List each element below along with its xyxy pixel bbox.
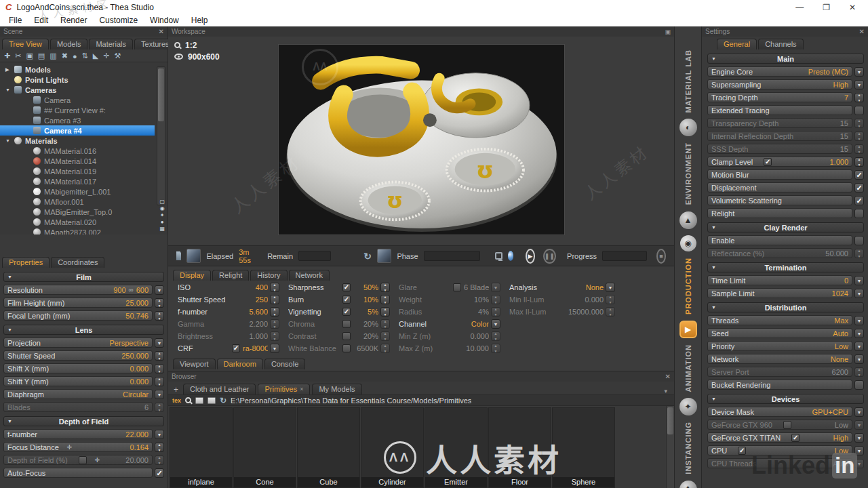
settings-row[interactable]: Extended Tracing	[707, 105, 864, 115]
display-setting-row[interactable]: Shutter Speed 250	[178, 294, 279, 304]
restore-button[interactable]: ❐	[823, 3, 830, 12]
darkroom-view-tab[interactable]: Relight	[212, 270, 249, 281]
texture-filter-icon[interactable]: tex	[172, 397, 181, 404]
settings-row[interactable]: Enable	[707, 235, 864, 245]
row-control[interactable]	[155, 338, 164, 348]
model-tile[interactable]: Floor	[488, 407, 551, 488]
tree-item[interactable]: Camera #3	[0, 115, 155, 125]
model-tile[interactable]: Emitter	[425, 407, 488, 488]
tree-item[interactable]: MAMaterial.019	[0, 166, 155, 176]
minimize-button[interactable]: —	[795, 3, 804, 12]
display-setting-row[interactable]: Chroma 20%	[288, 319, 390, 329]
tree-item[interactable]: ▼ Materials	[0, 136, 155, 146]
settings-row[interactable]: Reflectance (%) 50.000	[707, 248, 864, 258]
browser-tab-close-icon[interactable]: ×	[300, 386, 303, 392]
row-control[interactable]	[854, 354, 864, 364]
tree-expand-icon[interactable]: ▼	[5, 87, 11, 92]
row-control[interactable]	[854, 67, 864, 77]
collapse-icon[interactable]: ▼	[711, 225, 722, 230]
tree-mini-grid-icon[interactable]: ▦	[159, 226, 165, 232]
row-control[interactable]	[606, 283, 615, 292]
instancing-icon[interactable]: ❖	[679, 481, 697, 488]
property-row[interactable]: Focal Length (mm) 50.746	[3, 310, 164, 321]
delete-icon[interactable]: ✖	[62, 52, 68, 60]
tree-expand-icon[interactable]: ▼	[5, 138, 11, 143]
row-control[interactable]	[854, 316, 864, 325]
workspace-detach-icon[interactable]: ▣	[665, 28, 671, 35]
picker-icon[interactable]	[67, 444, 73, 451]
property-row[interactable]: Auto-Focus	[3, 468, 164, 478]
setting-checkbox[interactable]	[342, 308, 351, 316]
menu-item[interactable]: Render	[54, 16, 93, 25]
row-control[interactable]	[155, 403, 164, 412]
settings-row[interactable]: Network None	[707, 354, 864, 364]
tree-mini-window-icon[interactable]: ▢	[159, 199, 165, 205]
display-setting-row[interactable]: Radius 4%	[399, 306, 500, 317]
row-control[interactable]	[854, 209, 864, 218]
sort-az-icon[interactable]: ⇅	[82, 52, 88, 60]
browser-add-tab-button[interactable]: +	[171, 385, 181, 394]
browser-tab[interactable]: Cloth and Leather	[183, 384, 256, 394]
tree-scrollbar[interactable]	[157, 66, 165, 205]
row-control[interactable]	[854, 80, 864, 89]
refresh-icon[interactable]: ↻	[220, 396, 226, 405]
tree-item[interactable]: MAMaterial.016	[0, 146, 155, 156]
distribution-section-header[interactable]: ▼ Distribution	[707, 302, 864, 312]
menu-item[interactable]: File	[3, 16, 28, 25]
row-control[interactable]	[854, 106, 864, 115]
settings-row[interactable]: Seed Auto	[707, 328, 864, 338]
row-control[interactable]	[606, 295, 615, 304]
tree-mini-tool-icon[interactable]: ✦	[160, 212, 165, 218]
collapse-icon[interactable]: ▼	[7, 274, 18, 279]
browser-tab[interactable]: Primitives×	[258, 384, 310, 394]
tree-item[interactable]: Camera	[0, 95, 155, 105]
tools-icon[interactable]: ⚒	[114, 52, 121, 60]
render-stop-button[interactable]: ■	[656, 249, 666, 264]
row-control[interactable]	[491, 283, 500, 292]
collapse-icon[interactable]: ▼	[7, 327, 18, 332]
browser-scrollbar-thumb[interactable]	[667, 407, 673, 434]
row-control[interactable]	[854, 236, 864, 245]
row-control[interactable]	[854, 446, 864, 455]
setting-checkbox[interactable]	[783, 421, 791, 429]
close-button[interactable]: ✕	[849, 3, 856, 12]
menu-item[interactable]: Customize	[93, 16, 144, 25]
row-control[interactable]	[380, 331, 390, 341]
property-row[interactable]: Blades 6	[3, 402, 164, 412]
property-row[interactable]: Projection Perspective	[3, 338, 164, 348]
settings-row[interactable]: Server Port 6200	[707, 367, 864, 377]
render-thumbnail[interactable]	[186, 249, 201, 263]
row-control[interactable]	[854, 131, 864, 141]
settings-row[interactable]: Volumetric Scattering	[707, 195, 864, 205]
clean-icon[interactable]: ◣	[93, 52, 98, 60]
setting-checkbox[interactable]	[342, 296, 351, 304]
setting-checkbox[interactable]	[232, 344, 240, 352]
browser-tab-overflow-icon[interactable]: ▾	[664, 388, 671, 394]
tree-item[interactable]: MAfloor.001	[0, 197, 155, 207]
browser-close-icon[interactable]: ✕	[665, 373, 671, 380]
model-tile[interactable]: Cube	[297, 407, 360, 488]
display-setting-row[interactable]: Glare 6 Blades	[399, 282, 500, 292]
row-control[interactable]	[270, 331, 279, 341]
row-control[interactable]	[854, 183, 864, 192]
row-control[interactable]	[606, 307, 615, 317]
row-control[interactable]	[854, 433, 864, 443]
setting-checkbox[interactable]	[342, 320, 351, 328]
property-row[interactable]: f-number 22.000	[3, 429, 164, 439]
tree-item[interactable]: Camera #4	[0, 125, 155, 136]
row-control[interactable]	[155, 311, 164, 321]
save-image-icon[interactable]	[176, 251, 181, 260]
row-control[interactable]	[380, 295, 390, 304]
properties-tab[interactable]: Properties	[2, 257, 50, 268]
row-control[interactable]	[491, 295, 500, 304]
settings-row[interactable]: Clamp Level 1.000	[707, 157, 864, 167]
menu-item[interactable]: Edit	[28, 16, 54, 25]
tree-item[interactable]: MAbigemitter_L.001	[0, 186, 155, 197]
settings-row[interactable]: GeForce GTX TITAN High	[707, 432, 864, 443]
link-icon[interactable]	[129, 286, 134, 293]
tab-instancing[interactable]: INSTANCING	[684, 422, 692, 474]
settings-row[interactable]: Threads Max	[707, 315, 864, 325]
row-control[interactable]	[155, 285, 164, 295]
settings-row[interactable]: CPU Threads Auto	[707, 458, 864, 468]
settings-close-icon[interactable]: ✕	[859, 28, 865, 35]
